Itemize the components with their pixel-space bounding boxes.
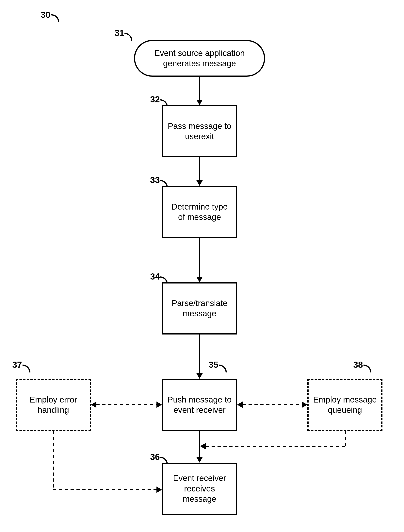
edge-38-36-h — [206, 446, 346, 447]
edge-37-36-h — [53, 489, 157, 490]
node-35-text: Push message to event receiver — [167, 395, 232, 415]
edge-35-37-arrow-left — [91, 402, 96, 408]
node-31-text: Event source application generates messa… — [139, 48, 260, 69]
edge-35-38-line — [243, 404, 302, 405]
node-error-handling: Employ error handling — [16, 379, 91, 431]
node-32-id: 32 — [150, 95, 160, 104]
edge-32-33-arrow — [196, 180, 203, 186]
edge-34-35-line — [199, 334, 200, 374]
node-33-id: 33 — [150, 175, 160, 185]
edge-35-36-arrow — [196, 457, 203, 463]
n38-hook — [364, 365, 371, 372]
edge-37-36-v — [53, 431, 54, 490]
node-33-text: Determine type of message — [167, 202, 232, 222]
edge-35-37-arrow-right — [157, 402, 162, 408]
node-37-text: Employ error handling — [21, 395, 86, 415]
node-37-id: 37 — [12, 360, 22, 370]
edge-38-36-v — [345, 431, 346, 447]
n37-hook — [23, 365, 31, 372]
node-parse-translate: Parse/translate message — [162, 282, 237, 334]
edge-33-34-line — [199, 238, 200, 278]
edge-35-38-arrow-right — [302, 402, 307, 408]
edge-34-35-arrow — [196, 373, 203, 379]
node-36-text: Event receiver receives message — [167, 473, 232, 504]
node-start: Event source application generates messa… — [134, 40, 265, 77]
node-31-id: 31 — [114, 28, 124, 38]
flowchart-canvas: 30 31 Event source application generates… — [0, 0, 404, 532]
node-32-text: Pass message to userexit — [167, 121, 232, 142]
n35-hook — [219, 365, 227, 372]
edge-37-36-arrow — [157, 487, 162, 493]
node-34-text: Parse/translate message — [167, 298, 232, 319]
node-38-text: Employ message queueing — [313, 395, 377, 415]
node-36-id: 36 — [150, 452, 160, 462]
node-push-message: Push message to event receiver — [162, 379, 237, 431]
node-receiver-receives: Event receiver receives message — [162, 463, 237, 515]
node-38-id: 38 — [353, 360, 363, 370]
node-35-id: 35 — [209, 360, 218, 370]
edge-35-38-arrow-left — [237, 402, 243, 408]
edge-38-36-arrow — [200, 443, 206, 449]
node-34-id: 34 — [150, 272, 160, 282]
n31-hook — [125, 33, 132, 41]
figure-label-hook — [51, 14, 59, 22]
edge-32-33-line — [199, 157, 200, 181]
edge-31-32-line — [199, 77, 200, 100]
edge-35-37-line — [96, 404, 157, 405]
figure-label: 30 — [41, 10, 50, 20]
node-pass-userexit: Pass message to userexit — [162, 105, 237, 157]
node-determine-type: Determine type of message — [162, 186, 237, 238]
edge-31-32-arrow — [196, 100, 203, 105]
node-message-queueing: Employ message queueing — [307, 379, 382, 431]
edge-33-34-arrow — [196, 277, 203, 282]
